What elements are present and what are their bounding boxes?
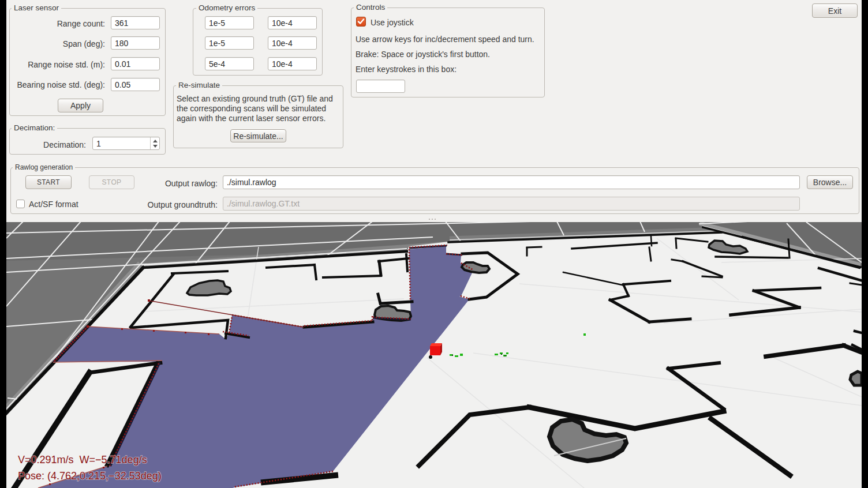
svg-text:V=0.291m/s W=−5.71deg/s: V=0.291m/s W=−5.71deg/s [18,454,147,466]
svg-text:Pose: (4.762,0.215,−32.53deg): Pose: (4.762,0.215,−32.53deg) [18,470,162,482]
